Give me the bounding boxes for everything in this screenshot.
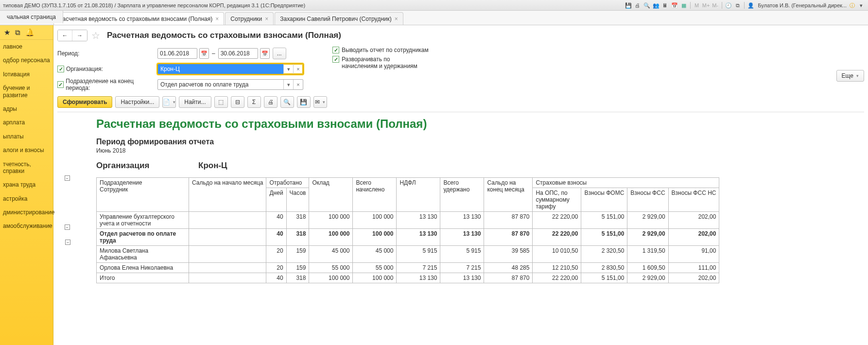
sidebar-item[interactable]: амообслуживание <box>0 219 53 233</box>
tab-employee-card[interactable]: Захаркин Савелий Петрович (Сотрудник) × <box>275 12 403 25</box>
favorite-star-icon[interactable]: ☆ <box>91 30 100 41</box>
tab-start-page[interactable]: чальная страница <box>0 11 63 23</box>
sidebar-item[interactable]: алоги и взносы <box>0 143 53 157</box>
expand-label: Разворачивать поначислениям и удержаниям <box>342 56 417 69</box>
tree-collapse-node[interactable]: − <box>65 175 70 181</box>
print-icon[interactable]: 🖨 <box>634 1 642 9</box>
collapse-all-button[interactable]: ⊟ <box>231 96 244 108</box>
more-button[interactable]: Еще ▾ <box>836 70 864 82</box>
m-plus-icon[interactable]: M+ <box>702 1 710 9</box>
dropdown-icon[interactable]: ▾ <box>283 80 293 89</box>
find-label: Найти... <box>184 99 206 105</box>
period-dash: – <box>212 50 215 57</box>
sidebar-item[interactable]: одбор персонала <box>0 53 53 67</box>
close-icon[interactable]: × <box>215 13 219 25</box>
save-report-button[interactable]: 💾 <box>297 96 311 108</box>
sidebar-item[interactable]: адры <box>0 102 53 116</box>
calc-icon[interactable]: 🖩 <box>661 1 669 9</box>
current-user[interactable]: Булатов И.В. (Генеральный дирек... <box>758 0 847 11</box>
calendar-from-button[interactable]: 📅 <box>199 48 209 59</box>
preview-button[interactable]: 🔍 <box>280 96 294 108</box>
page-title: Расчетная ведомость со страховыми взноса… <box>107 31 341 40</box>
settings-button[interactable]: Настройки... <box>115 96 159 108</box>
table-row[interactable]: Итого40318100 000100 00013 13013 13087 8… <box>97 273 719 283</box>
nav-forward-button[interactable]: → <box>72 30 87 41</box>
table-row[interactable]: Отдел расчетов по оплате труда40318100 0… <box>97 229 719 246</box>
clock-icon[interactable]: 🕘 <box>725 1 732 9</box>
sidebar-item[interactable]: арплата <box>0 116 53 129</box>
org-selector[interactable]: Крон-Ц ▾ × <box>157 64 303 74</box>
sum-button[interactable]: Σ <box>247 96 261 108</box>
compare-icon[interactable]: 👥 <box>652 1 660 9</box>
org-label: ✓ Организация: <box>57 66 155 72</box>
content-area: ← → ☆ Расчетная ведомость со страховыми … <box>53 25 868 345</box>
close-icon[interactable]: × <box>265 13 268 25</box>
user-icon: 👤 <box>747 1 755 9</box>
star-icon[interactable]: ★ <box>4 28 10 37</box>
copy-icon[interactable]: ⧉ <box>15 28 20 37</box>
window-icon[interactable]: ⧉ <box>734 1 742 9</box>
col-balance-start: Сальдо на начало месяца <box>189 178 266 212</box>
subdiv-checkbox[interactable]: ✓ <box>57 81 64 88</box>
period-picker-button[interactable]: ... <box>273 48 286 59</box>
expand-checkbox[interactable]: ✓ <box>332 56 339 63</box>
print-button[interactable]: 🖨 <box>264 96 278 108</box>
calendar-icon[interactable]: 📅 <box>671 1 678 9</box>
clear-icon[interactable]: × <box>293 64 303 74</box>
sidebar-item[interactable]: Іотивация <box>0 68 53 81</box>
variants-button[interactable]: 📄▾ <box>162 96 176 108</box>
sidebar-item[interactable]: лавное <box>0 40 53 53</box>
col-accrued: Всего начислено <box>353 178 397 212</box>
dropdown-icon[interactable]: ▾ <box>857 1 865 9</box>
tab-start-label: чальная страница <box>7 11 56 23</box>
nav-back-button[interactable]: ← <box>58 30 72 41</box>
tab-label: Сотрудники <box>230 13 262 25</box>
sidebar-item[interactable]: храна труда <box>0 178 53 191</box>
dropdown-icon[interactable]: ▾ <box>283 64 293 74</box>
tree-collapse-node[interactable]: − <box>65 224 70 230</box>
sidebar-item[interactable]: тчетность, справки <box>0 157 53 178</box>
report-period-head: Период формирования отчета <box>96 138 864 146</box>
col-subdivision: ПодразделениеСотрудник <box>97 178 189 212</box>
preview-icon[interactable]: 🔍 <box>643 1 651 9</box>
tab-report[interactable]: Расчетная ведомость со страховыми взноса… <box>53 12 224 25</box>
col-balance-end: Сальдо на конец месяца <box>484 178 533 212</box>
sidebar-item[interactable]: бучение и развитие <box>0 81 53 102</box>
sidebar-item[interactable]: астройка <box>0 192 53 206</box>
col-worked: Отработано <box>266 178 309 188</box>
m-icon[interactable]: M <box>693 1 701 9</box>
show-by-employee-checkbox[interactable]: ✓ <box>332 47 339 53</box>
report-area: − − − Расчетная ведомость со страховыми … <box>57 112 864 283</box>
titlebar-icons: 💾 🖨 🔍 👥 🖩 📅 ▦ M M+ M- 🕘 ⧉ 👤 Булатов И.В.… <box>625 0 865 11</box>
sidebar-item[interactable]: ыплаты <box>0 130 53 143</box>
org-checkbox[interactable]: ✓ <box>57 66 64 72</box>
period-label: Период: <box>57 50 155 57</box>
date-from-input[interactable]: 01.06.2018 <box>157 48 197 59</box>
report-period-value: Июнь 2018 <box>96 147 864 154</box>
save-icon[interactable]: 💾 <box>625 1 632 9</box>
m-minus-icon[interactable]: M- <box>712 1 719 9</box>
app-title: типовая ДЕМО (ЗУП3.1.7.105 от 21.08.2018… <box>3 0 305 11</box>
table-row[interactable]: Управление бухгалтерского учета и отчетн… <box>97 212 719 229</box>
report-toolbar: Сформировать Настройки... 📄▾ Найти... ⬚ … <box>57 96 864 108</box>
expand-all-button[interactable]: ⬚ <box>214 96 228 108</box>
table-row[interactable]: Орлова Елена Николаевна2015955 00055 000… <box>97 263 719 273</box>
subdiv-selector[interactable]: Отдел расчетов по оплате труда ▾ × <box>157 79 303 90</box>
date-from-value: 01.06.2018 <box>160 50 189 57</box>
report-table: ПодразделениеСотрудник Сальдо на начало … <box>96 177 719 283</box>
bell-icon[interactable]: 🔔 <box>25 28 35 37</box>
clear-icon[interactable]: × <box>293 80 303 89</box>
date-to-input[interactable]: 30.06.2018 <box>218 48 258 59</box>
titlebar: типовая ДЕМО (ЗУП3.1.7.105 от 21.08.2018… <box>0 0 868 11</box>
generate-button[interactable]: Сформировать <box>57 96 112 108</box>
find-button[interactable]: Найти... <box>179 96 211 108</box>
grid-icon[interactable]: ▦ <box>680 1 688 9</box>
table-row[interactable]: Милова Светлана Афанасьевна2015945 00045… <box>97 246 719 263</box>
calendar-to-button[interactable]: 📅 <box>260 48 270 59</box>
close-icon[interactable]: × <box>395 13 398 25</box>
sidebar-item[interactable]: дминистрирование <box>0 206 53 219</box>
tab-employees[interactable]: Сотрудники × <box>225 12 274 25</box>
tree-collapse-node[interactable]: − <box>65 240 70 245</box>
email-button[interactable]: ✉▾ <box>313 96 327 108</box>
info-icon[interactable]: ⓘ <box>848 1 856 9</box>
